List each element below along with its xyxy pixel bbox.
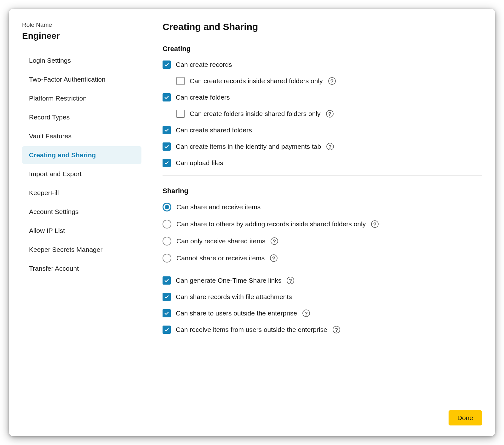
option-row: Can create items in the identity and pay… (163, 142, 482, 151)
option-row: Can share to users outside the enterpris… (163, 309, 482, 317)
radio[interactable] (163, 220, 171, 228)
checkbox[interactable] (163, 276, 171, 285)
option-row: Can share to others by adding records in… (163, 220, 482, 228)
svg-text:?: ? (328, 111, 331, 117)
sidebar-item[interactable]: Two-Factor Authentication (22, 71, 141, 88)
help-icon[interactable]: ? (371, 220, 379, 228)
option-label: Can create records (176, 61, 232, 68)
option-row: Can share records with file attachments (163, 293, 482, 301)
option-label: Can generate One-Time Share links (176, 277, 281, 284)
svg-text:?: ? (272, 256, 275, 262)
option-label: Can share and receive items (176, 203, 261, 211)
option-row: Can generate One-Time Share links? (163, 276, 482, 285)
sidebar-item-label: Platform Restriction (29, 95, 87, 102)
option-row: Cannot share or receive items? (163, 254, 482, 263)
sidebar-item[interactable]: Platform Restriction (22, 90, 141, 107)
help-icon[interactable]: ? (326, 110, 334, 118)
option-label: Can create items in the identity and pay… (176, 143, 321, 150)
sidebar-nav: Login SettingsTwo-Factor AuthenticationP… (22, 52, 141, 277)
checkbox[interactable] (163, 309, 171, 317)
section-title-creating: Creating (163, 45, 482, 53)
sidebar-item[interactable]: Account Settings (22, 203, 141, 221)
sidebar-item[interactable]: Import and Export (22, 165, 141, 183)
radio[interactable] (163, 203, 171, 211)
sidebar-item[interactable]: Creating and Sharing (22, 146, 141, 164)
svg-text:?: ? (329, 144, 332, 150)
radio[interactable] (163, 237, 171, 246)
option-row: Can create records inside shared folders… (163, 77, 482, 85)
dialog-footer: Done (22, 403, 482, 425)
option-label: Can only receive shared items (176, 237, 265, 245)
creating-options: Can create recordsCan create records ins… (163, 61, 482, 167)
svg-text:?: ? (330, 78, 333, 84)
option-label: Can share records with file attachments (176, 293, 292, 301)
sidebar-item[interactable]: KeeperFill (22, 184, 141, 202)
svg-text:?: ? (305, 311, 308, 317)
svg-text:?: ? (335, 327, 338, 333)
option-row: Can receive items from users outside the… (163, 326, 482, 334)
role-enforcement-dialog: Role Name Engineer Login SettingsTwo-Fac… (9, 9, 495, 436)
sidebar-item[interactable]: Record Types (22, 108, 141, 126)
sidebar-item-label: Keeper Secrets Manager (29, 246, 102, 253)
option-row: Can only receive shared items? (163, 237, 482, 246)
sidebar-item[interactable]: Keeper Secrets Manager (22, 241, 141, 258)
help-icon[interactable]: ? (270, 237, 278, 245)
page-title: Creating and Sharing (163, 21, 482, 32)
main-panel: Creating and Sharing Creating Can create… (148, 21, 482, 403)
checkbox[interactable] (176, 77, 185, 85)
sidebar-item-label: Vault Features (29, 132, 72, 140)
option-label: Can share to users outside the enterpris… (176, 309, 297, 317)
option-label: Cannot share or receive items (176, 254, 265, 262)
checkbox[interactable] (163, 326, 171, 334)
help-icon[interactable]: ? (332, 326, 341, 334)
option-label: Can upload files (176, 159, 223, 167)
svg-text:?: ? (289, 278, 292, 284)
sidebar-item[interactable]: Login Settings (22, 52, 141, 69)
sidebar-item[interactable]: Vault Features (22, 127, 141, 145)
checkbox[interactable] (163, 142, 171, 151)
checkbox[interactable] (163, 159, 171, 167)
option-label: Can create folders inside shared folders… (190, 110, 321, 118)
checkbox[interactable] (163, 126, 171, 134)
option-label: Can receive items from users outside the… (176, 326, 327, 333)
help-icon[interactable]: ? (302, 309, 310, 317)
sidebar-item-label: Import and Export (29, 170, 82, 177)
sidebar-item[interactable]: Allow IP List (22, 222, 141, 240)
bottom-divider (163, 342, 482, 342)
help-icon[interactable]: ? (286, 276, 295, 285)
option-row: Can create folders (163, 93, 482, 101)
svg-text:?: ? (273, 239, 276, 245)
sidebar: Role Name Engineer Login SettingsTwo-Fac… (22, 21, 148, 403)
sidebar-item-label: Allow IP List (29, 227, 65, 234)
checkbox[interactable] (163, 293, 171, 301)
done-button[interactable]: Done (449, 410, 482, 425)
help-icon[interactable]: ? (328, 77, 336, 85)
sharing-checkboxes: Can generate One-Time Share links?Can sh… (163, 276, 482, 334)
sidebar-item-label: Two-Factor Authentication (29, 76, 106, 83)
sidebar-item-label: Login Settings (29, 57, 71, 64)
sidebar-item-label: Creating and Sharing (29, 151, 96, 159)
checkbox[interactable] (163, 93, 171, 101)
role-name-value: Engineer (22, 31, 141, 41)
role-name-label: Role Name (22, 21, 141, 28)
option-label: Can create shared folders (176, 126, 252, 134)
section-divider (163, 175, 482, 176)
sidebar-item-label: Record Types (29, 113, 70, 121)
sharing-radios: Can share and receive itemsCan share to … (163, 203, 482, 263)
checkbox[interactable] (176, 110, 185, 118)
checkbox[interactable] (163, 61, 171, 69)
option-row: Can share and receive items (163, 203, 482, 211)
sidebar-item-label: Transfer Account (29, 265, 79, 272)
option-label: Can create folders (176, 94, 230, 101)
sidebar-item[interactable]: Transfer Account (22, 260, 141, 277)
sidebar-item-label: Account Settings (29, 208, 79, 215)
option-row: Can create folders inside shared folders… (163, 110, 482, 118)
section-title-sharing: Sharing (163, 187, 482, 195)
option-row: Can create records (163, 61, 482, 69)
radio[interactable] (163, 254, 171, 263)
svg-text:?: ? (373, 222, 376, 228)
help-icon[interactable]: ? (270, 254, 278, 262)
option-label: Can create records inside shared folders… (190, 77, 323, 85)
sidebar-item-label: KeeperFill (29, 189, 59, 196)
help-icon[interactable]: ? (326, 142, 334, 151)
